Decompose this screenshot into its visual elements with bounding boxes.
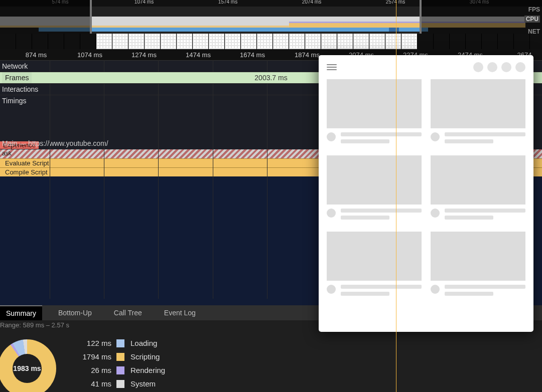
filmstrip-thumb[interactable] [193,34,208,49]
overview-handle-left[interactable] [90,0,92,34]
filmstrip-thumb[interactable] [161,34,176,49]
legend-name: Rendering [130,366,165,374]
filmstrip-thumb[interactable] [48,34,64,49]
filmstrip-thumb[interactable] [273,34,289,49]
filmstrip-thumb[interactable] [289,34,305,49]
screenshot-preview [319,55,533,332]
tab-bottom-up[interactable]: Bottom-Up [52,306,98,320]
preview-thumb [431,232,525,281]
ruler-tick: 1274 ms [131,51,157,59]
playhead[interactable] [396,0,396,392]
ruler-tick: 1074 ms [77,51,102,59]
tab-call-tree[interactable]: Call Tree [108,306,148,320]
legend-ms: 1794 ms [76,352,111,361]
menu-icon [327,63,337,72]
legend-swatch [116,366,124,374]
preview-card [327,232,422,299]
preview-avatar-skeletons [473,62,525,72]
filmstrip-thumb[interactable] [128,34,144,49]
filmstrip-thumb[interactable] [96,34,112,49]
ruler-tick: 874 ms [26,51,47,59]
avatar-icon [327,132,336,141]
legend-row-scripting: 1794 ms Scripting [76,350,165,363]
ruler-tick: 2074 ms [302,0,321,5]
preview-card [431,79,525,146]
filmstrip-thumb[interactable] [241,34,256,49]
ruler-tick: 1074 ms [134,0,154,5]
ruler-tick: 2574 ms [386,0,405,5]
preview-card [431,155,525,223]
filmstrip-thumb[interactable] [177,34,192,49]
preview-header [327,61,525,73]
filmstrip-thumb[interactable] [112,34,128,49]
filmstrip-thumb[interactable] [466,34,481,49]
frames-label: Frames [2,72,32,83]
legend-name: System [130,379,165,388]
preview-thumb [327,232,422,281]
filmstrip-thumb[interactable] [80,34,96,49]
filmstrip-thumb[interactable] [418,34,433,49]
overview-handle-right[interactable] [420,0,422,34]
preview-card [327,79,422,146]
avatar-icon [431,285,440,294]
ruler-tick: 1474 ms [186,51,211,59]
overview-tag-fps: FPS [528,6,540,13]
preview-thumb [431,79,525,128]
legend-swatch [116,380,124,388]
filmstrip-thumb[interactable] [498,34,513,49]
filmstrip-thumb[interactable] [369,34,385,49]
tab-event-log[interactable]: Event Log [158,306,202,320]
tab-summary[interactable]: Summary [0,305,42,320]
filmstrip-thumb[interactable] [337,34,353,49]
legend-row-loading: 122 ms Loading [76,336,165,350]
legend-ms: 122 ms [76,339,111,347]
overview-dim-left [0,0,90,34]
filmstrip-thumb[interactable] [0,34,16,49]
legend-ms: 41 ms [76,379,111,388]
filmstrip[interactable] [0,34,542,49]
filmstrip-thumb[interactable] [353,34,369,49]
filmstrip-thumb[interactable] [434,34,449,49]
summary-donut: 1983 ms [0,339,56,392]
filmstrip-thumb[interactable] [530,34,542,49]
overview-minimap[interactable]: 574 ms 1074 ms 1574 ms 2074 ms 2574 ms 3… [0,0,542,34]
preview-card [431,232,525,299]
legend-swatch [116,339,124,347]
donut-center: 1983 ms [13,364,41,372]
preview-thumb [327,155,422,205]
preview-grid [327,79,525,299]
ruler-tick: 1874 ms [295,51,320,59]
filmstrip-thumb[interactable] [32,34,48,49]
ruler-tick: 1674 ms [240,51,265,59]
preview-thumb [431,155,525,205]
range-text: Range: 589 ms – 2.57 s [0,321,69,329]
summary-legend: 122 ms Loading 1794 ms Scripting 26 ms R… [76,336,165,392]
avatar-icon [327,285,336,294]
avatar-icon [431,209,440,218]
filmstrip-thumb[interactable] [401,34,417,49]
avatar-icon [431,132,440,141]
avatar-icon [327,209,336,218]
filmstrip-thumb[interactable] [209,34,224,49]
filmstrip-thumb[interactable] [145,34,160,49]
ruler-tick: 1574 ms [218,0,237,5]
legend-name: Scripting [130,352,165,361]
filmstrip-thumb[interactable] [64,34,80,49]
legend-name: Loading [130,339,165,347]
legend-ms: 26 ms [76,366,111,374]
filmstrip-thumb[interactable] [385,34,401,49]
legend-row-system: 41 ms System [76,377,165,390]
filmstrip-thumb[interactable] [16,34,32,49]
filmstrip-thumb[interactable] [450,34,465,49]
filmstrip-thumb[interactable] [305,34,321,49]
preview-thumb [327,79,422,128]
filmstrip-thumb[interactable] [225,34,240,49]
frames-value: 2003.7 ms [254,72,287,83]
legend-swatch [116,353,124,361]
filmstrip-thumb[interactable] [482,34,497,49]
overview-tag-cpu: CPU [524,16,540,23]
filmstrip-thumb[interactable] [321,34,337,49]
filmstrip-thumb[interactable] [257,34,273,49]
filmstrip-thumb[interactable] [514,34,529,49]
legend-row-rendering: 26 ms Rendering [76,363,165,377]
